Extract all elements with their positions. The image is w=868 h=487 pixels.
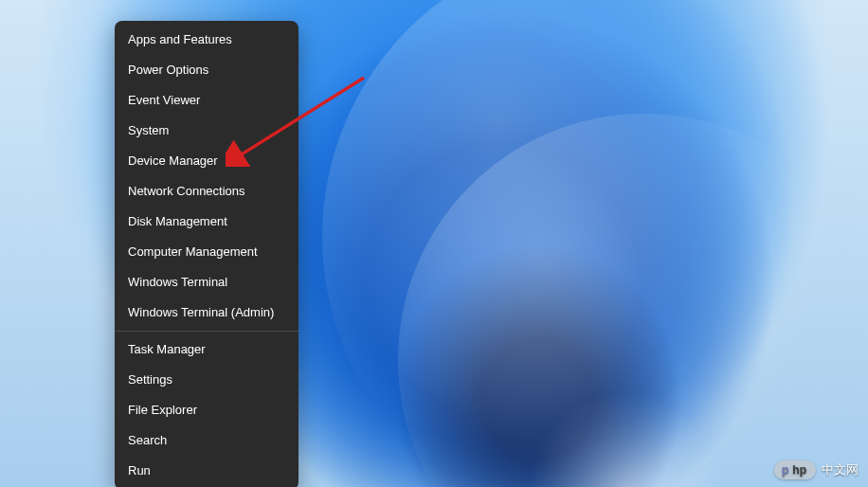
decorative-petal bbox=[398, 114, 868, 487]
menu-item-windows-terminal[interactable]: Windows Terminal bbox=[115, 267, 298, 298]
menu-item-system[interactable]: System bbox=[115, 116, 298, 146]
watermark-badge: php bbox=[774, 460, 816, 479]
menu-item-power-options[interactable]: Power Options bbox=[115, 55, 298, 85]
watermark-badge-hp: hp bbox=[792, 463, 806, 477]
menu-separator bbox=[115, 331, 298, 332]
menu-item-file-explorer[interactable]: File Explorer bbox=[115, 395, 298, 425]
menu-item-search[interactable]: Search bbox=[115, 425, 298, 456]
desktop-wallpaper: Apps and Features Power Options Event Vi… bbox=[0, 0, 868, 487]
watermark: php 中文网 bbox=[774, 460, 859, 479]
menu-item-event-viewer[interactable]: Event Viewer bbox=[115, 85, 298, 116]
decorative-petal bbox=[322, 0, 868, 487]
menu-item-windows-terminal-admin[interactable]: Windows Terminal (Admin) bbox=[115, 298, 298, 328]
menu-item-network-connections[interactable]: Network Connections bbox=[115, 176, 298, 207]
watermark-badge-p: p bbox=[782, 463, 788, 477]
menu-item-apps-and-features[interactable]: Apps and Features bbox=[115, 25, 298, 55]
winx-context-menu: Apps and Features Power Options Event Vi… bbox=[115, 21, 298, 487]
menu-item-settings[interactable]: Settings bbox=[115, 365, 298, 395]
menu-item-disk-management[interactable]: Disk Management bbox=[115, 207, 298, 237]
menu-item-computer-management[interactable]: Computer Management bbox=[115, 237, 298, 267]
menu-item-run[interactable]: Run bbox=[115, 456, 298, 486]
menu-item-device-manager[interactable]: Device Manager bbox=[115, 146, 298, 176]
watermark-text: 中文网 bbox=[822, 461, 859, 478]
menu-item-task-manager[interactable]: Task Manager bbox=[115, 334, 298, 365]
